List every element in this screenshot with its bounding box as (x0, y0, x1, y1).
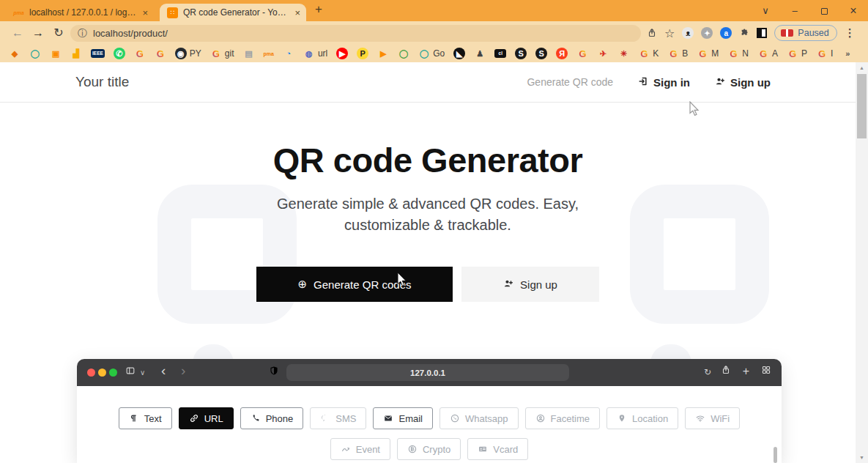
qr-type-label: Crypto (423, 444, 450, 455)
bookmark-url-tool[interactable]: ◍url (303, 48, 327, 59)
google-m-icon: G (697, 48, 708, 59)
mockup-scrollbar (774, 386, 777, 463)
bookmark-yandex[interactable]: Я (556, 48, 568, 59)
nav-signin-link[interactable]: Sign in (638, 76, 690, 89)
tab-search-icon[interactable]: ∨ (751, 0, 780, 21)
bookmark-whatsapp[interactable]: ✆ (114, 48, 125, 59)
mockup-address-field: 127.0.0.1 (286, 364, 569, 381)
window-controls: ∨ – × (751, 0, 868, 21)
site-info-icon[interactable]: ⓘ (78, 27, 87, 40)
restore-button[interactable] (809, 0, 839, 21)
bookmark-google-git[interactable]: Ggit (210, 48, 234, 59)
nav-signup-link[interactable]: Sign up (715, 76, 771, 89)
menu-kebab-icon[interactable]: ⋮ (845, 26, 856, 40)
nav-generate-qr-link[interactable]: Generate QR code (527, 76, 613, 88)
qr-type-phone-button[interactable]: Phone (240, 407, 304, 429)
tab-close-icon[interactable]: × (142, 7, 148, 18)
bookmark-google-a[interactable]: GA (757, 48, 778, 59)
bookmark-camera-orange[interactable]: ▣ (50, 48, 62, 59)
bookmark-youtube[interactable]: ▶ (336, 48, 348, 59)
bookmark-gg-go[interactable]: ◯Go (418, 48, 445, 59)
download-paused-button[interactable]: Paused (774, 25, 837, 41)
forward-icon[interactable]: → (29, 24, 47, 42)
mockup-forward-icon: › (181, 363, 185, 379)
qr-type-crypto-button[interactable]: Crypto (397, 438, 461, 460)
bookmark-gray-tool[interactable]: ▤ (243, 48, 255, 59)
tab-close-icon[interactable]: × (294, 7, 300, 18)
bookmark-s-circle-1[interactable]: S (515, 48, 527, 59)
bookmark-s-circle-2[interactable]: S (535, 48, 547, 59)
bookmark-label: PY (190, 48, 201, 59)
qr-type-email-button[interactable]: Email (373, 407, 433, 429)
bookmark-diamond-logo[interactable]: ◆ (9, 48, 21, 59)
bookmark-pma[interactable]: pma (264, 48, 274, 59)
bookmark-plane[interactable]: ✈ (597, 48, 609, 59)
qr-type-label: Event (356, 444, 380, 455)
bookmark-gauge[interactable]: ◔ (283, 48, 294, 59)
qr-type-sms-button[interactable]: SMS (310, 407, 366, 429)
bookmark-analytics[interactable]: ▟ (70, 48, 82, 59)
qr-type-wifi-button[interactable]: WiFi (685, 407, 740, 429)
dark-reader-icon[interactable] (757, 28, 767, 38)
qr-type-facetime-button[interactable]: Facetime (525, 407, 600, 429)
bookmark-google-3[interactable]: G (576, 48, 588, 59)
bookmark-github-py[interactable]: ◉PY (175, 48, 201, 59)
bookmark-google-k[interactable]: GK (638, 48, 659, 59)
bookmark-ring-green[interactable]: ◯ (398, 48, 409, 59)
back-icon[interactable]: ← (9, 24, 26, 42)
bookmark-video-orange[interactable]: ▶ (377, 48, 389, 59)
scroll-up-icon[interactable]: ▲ (856, 65, 868, 70)
browser-toolbar: ← → ↻ ⓘ localhost/product/ ☆ ᴥ ✦ a Pause… (0, 21, 868, 45)
qr-type-text-button[interactable]: Text (119, 407, 172, 429)
panda-extension-icon[interactable]: ᴥ (682, 27, 694, 39)
hero-section: QR code Generator Generate simple & adva… (0, 103, 856, 302)
bookmark-google-m[interactable]: GM (697, 48, 719, 59)
minimize-button[interactable]: – (780, 0, 809, 21)
bookmark-google-b[interactable]: GB (667, 48, 688, 59)
close-button[interactable]: × (839, 0, 868, 21)
clicker-extension-icon[interactable]: ✦ (701, 27, 713, 39)
bookmark-google-n[interactable]: GN (727, 48, 749, 59)
scrollbar-thumb[interactable] (857, 74, 867, 138)
bookmark-overflow[interactable]: » (842, 48, 853, 59)
yandex-icon: Я (556, 48, 568, 59)
mac-zoom-icon (109, 368, 117, 377)
browser-tab-phpmyadmin[interactable]: pma localhost / 127.0.0.1 / logger / d × (6, 4, 154, 21)
browser-tab-qr-generator[interactable]: ∷ QR code Generator - Your title × (160, 4, 306, 21)
bookmark-p-yellow[interactable]: P (357, 48, 368, 59)
bookmark-cl[interactable]: cl (494, 49, 506, 58)
bookmark-google-2[interactable]: G (155, 48, 166, 59)
tab-title: QR code Generator - Your title (183, 7, 289, 18)
bookmark-google-1[interactable]: G (134, 48, 146, 59)
bookmark-figure[interactable]: ♟ (474, 48, 486, 59)
qr-type-whatsapp-button[interactable]: Whatsapp (439, 407, 519, 429)
qr-type-url-button[interactable]: URL (179, 407, 234, 429)
bookmark-google-p[interactable]: GP (787, 48, 807, 59)
whatsapp-icon (450, 413, 460, 423)
google-2-icon: G (155, 48, 166, 59)
bookmark-bug[interactable]: ✳ (617, 48, 629, 59)
shield-icon (269, 366, 279, 379)
extensions-puzzle-icon[interactable] (739, 28, 749, 38)
a-extension-icon[interactable]: a (720, 27, 732, 39)
new-tab-button[interactable]: + (315, 2, 322, 17)
qr-type-vcard-button[interactable]: Vcard (467, 438, 528, 460)
figure-icon: ♟ (474, 48, 486, 59)
address-bar[interactable]: ⓘ localhost/product/ (70, 25, 641, 42)
page-scrollbar[interactable]: ▲ ▼ (856, 62, 868, 463)
bookmark-gg-teal[interactable]: ◯ (29, 48, 41, 59)
qr-type-location-button[interactable]: Location (607, 407, 678, 429)
bookmark-google-i[interactable]: GI (816, 48, 833, 59)
share-icon[interactable] (647, 28, 657, 38)
reload-icon[interactable]: ↻ (50, 24, 67, 42)
mockup-scrollbar-thumb[interactable] (774, 447, 777, 463)
bookmark-ieee[interactable]: IEEE (91, 49, 105, 58)
site-brand[interactable]: Your title (75, 74, 129, 90)
bookmark-eagle[interactable]: ◣ (453, 48, 465, 59)
generate-qr-codes-button[interactable]: ⊕ Generate QR codes (256, 267, 453, 302)
signup-button[interactable]: Sign up (461, 267, 599, 302)
mockup-new-tab-icon: + (743, 366, 749, 377)
bookmark-star-icon[interactable]: ☆ (664, 26, 675, 40)
qr-type-event-button[interactable]: Event (330, 438, 390, 460)
scroll-down-icon[interactable]: ▼ (856, 455, 868, 460)
